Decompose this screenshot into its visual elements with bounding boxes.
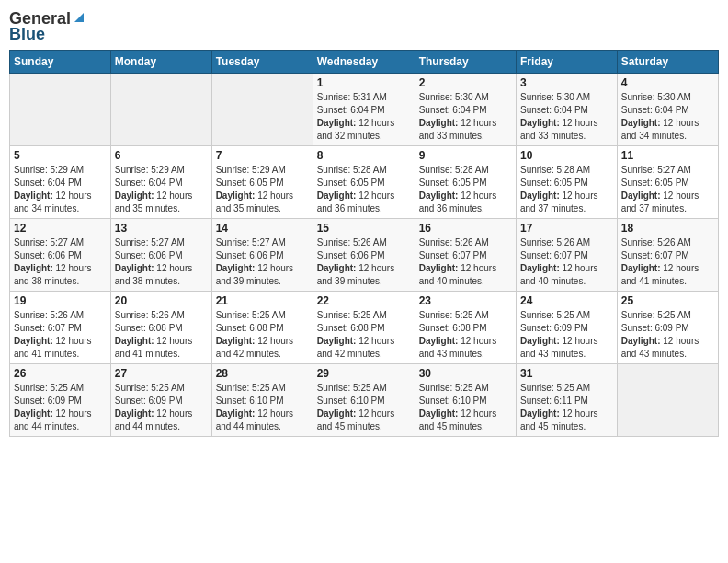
- day-info: Sunrise: 5:26 AMSunset: 6:07 PMDaylight:…: [621, 236, 714, 288]
- calendar-cell: 3Sunrise: 5:30 AMSunset: 6:04 PMDaylight…: [517, 74, 618, 146]
- day-number: 27: [115, 367, 208, 380]
- day-number: 14: [216, 222, 309, 235]
- day-number: 1: [317, 76, 411, 89]
- calendar-cell: 5Sunrise: 5:29 AMSunset: 6:04 PMDaylight…: [10, 146, 111, 219]
- day-number: 29: [317, 367, 411, 380]
- day-number: 26: [14, 367, 107, 380]
- day-info: Sunrise: 5:25 AMSunset: 6:09 PMDaylight:…: [621, 309, 714, 361]
- calendar-cell: 18Sunrise: 5:26 AMSunset: 6:07 PMDayligh…: [617, 219, 718, 292]
- day-info: Sunrise: 5:31 AMSunset: 6:04 PMDaylight:…: [317, 91, 411, 143]
- day-number: 6: [115, 149, 208, 162]
- calendar-cell: 8Sunrise: 5:28 AMSunset: 6:05 PMDaylight…: [313, 146, 415, 219]
- header-day-thursday: Thursday: [415, 51, 516, 74]
- calendar-cell: 24Sunrise: 5:25 AMSunset: 6:09 PMDayligh…: [517, 292, 618, 364]
- day-number: 28: [216, 367, 309, 380]
- calendar-cell: 7Sunrise: 5:29 AMSunset: 6:05 PMDaylight…: [211, 146, 313, 219]
- day-number: 22: [317, 294, 411, 307]
- day-info: Sunrise: 5:25 AMSunset: 6:08 PMDaylight:…: [216, 309, 309, 361]
- day-info: Sunrise: 5:28 AMSunset: 6:05 PMDaylight:…: [520, 164, 613, 215]
- calendar-header-row: SundayMondayTuesdayWednesdayThursdayFrid…: [10, 51, 719, 74]
- header-day-friday: Friday: [517, 51, 618, 74]
- day-number: 5: [14, 149, 107, 162]
- logo: General Blue: [9, 9, 85, 44]
- day-number: 2: [419, 76, 512, 89]
- calendar-cell: [211, 74, 313, 146]
- calendar-cell: 13Sunrise: 5:27 AMSunset: 6:06 PMDayligh…: [110, 219, 211, 292]
- calendar-cell: [110, 74, 211, 146]
- day-info: Sunrise: 5:29 AMSunset: 6:04 PMDaylight:…: [14, 164, 107, 215]
- calendar-week-row-3: 19Sunrise: 5:26 AMSunset: 6:07 PMDayligh…: [10, 292, 719, 364]
- day-info: Sunrise: 5:25 AMSunset: 6:10 PMDaylight:…: [419, 382, 512, 433]
- page-header: General Blue: [9, 9, 719, 44]
- day-number: 19: [14, 294, 107, 307]
- day-number: 4: [621, 76, 714, 89]
- day-number: 3: [520, 76, 613, 89]
- calendar-week-row-2: 12Sunrise: 5:27 AMSunset: 6:06 PMDayligh…: [10, 219, 719, 292]
- day-info: Sunrise: 5:25 AMSunset: 6:11 PMDaylight:…: [520, 382, 613, 433]
- day-info: Sunrise: 5:30 AMSunset: 6:04 PMDaylight:…: [419, 91, 512, 143]
- day-number: 8: [317, 149, 411, 162]
- day-number: 23: [419, 294, 512, 307]
- day-info: Sunrise: 5:25 AMSunset: 6:10 PMDaylight:…: [216, 382, 309, 433]
- day-number: 9: [419, 149, 512, 162]
- day-number: 11: [621, 149, 714, 162]
- day-number: 13: [115, 222, 208, 235]
- day-info: Sunrise: 5:26 AMSunset: 6:06 PMDaylight:…: [317, 236, 411, 288]
- day-info: Sunrise: 5:26 AMSunset: 6:08 PMDaylight:…: [115, 309, 208, 361]
- calendar-cell: 29Sunrise: 5:25 AMSunset: 6:10 PMDayligh…: [313, 364, 415, 437]
- logo-blue-text: Blue: [9, 25, 45, 44]
- calendar-cell: [10, 74, 111, 146]
- day-info: Sunrise: 5:26 AMSunset: 6:07 PMDaylight:…: [520, 236, 613, 288]
- header-day-tuesday: Tuesday: [211, 51, 313, 74]
- day-number: 20: [115, 294, 208, 307]
- calendar-cell: 14Sunrise: 5:27 AMSunset: 6:06 PMDayligh…: [211, 219, 313, 292]
- header-day-wednesday: Wednesday: [313, 51, 415, 74]
- day-info: Sunrise: 5:28 AMSunset: 6:05 PMDaylight:…: [419, 164, 512, 215]
- day-number: 21: [216, 294, 309, 307]
- calendar-cell: 6Sunrise: 5:29 AMSunset: 6:04 PMDaylight…: [110, 146, 211, 219]
- day-number: 18: [621, 222, 714, 235]
- calendar-cell: 9Sunrise: 5:28 AMSunset: 6:05 PMDaylight…: [415, 146, 516, 219]
- calendar-cell: 20Sunrise: 5:26 AMSunset: 6:08 PMDayligh…: [110, 292, 211, 364]
- calendar-cell: 2Sunrise: 5:30 AMSunset: 6:04 PMDaylight…: [415, 74, 516, 146]
- day-number: 17: [520, 222, 613, 235]
- day-info: Sunrise: 5:29 AMSunset: 6:04 PMDaylight:…: [115, 164, 208, 215]
- calendar-table: SundayMondayTuesdayWednesdayThursdayFrid…: [9, 50, 719, 437]
- calendar-cell: 22Sunrise: 5:25 AMSunset: 6:08 PMDayligh…: [313, 292, 415, 364]
- header-day-sunday: Sunday: [10, 51, 111, 74]
- day-info: Sunrise: 5:25 AMSunset: 6:08 PMDaylight:…: [317, 309, 411, 361]
- calendar-cell: 15Sunrise: 5:26 AMSunset: 6:06 PMDayligh…: [313, 219, 415, 292]
- calendar-cell: [617, 364, 718, 437]
- day-number: 25: [621, 294, 714, 307]
- calendar-cell: 23Sunrise: 5:25 AMSunset: 6:08 PMDayligh…: [415, 292, 516, 364]
- header-day-saturday: Saturday: [617, 51, 718, 74]
- day-info: Sunrise: 5:30 AMSunset: 6:04 PMDaylight:…: [520, 91, 613, 143]
- day-info: Sunrise: 5:25 AMSunset: 6:09 PMDaylight:…: [115, 382, 208, 433]
- svg-marker-0: [74, 13, 84, 22]
- day-info: Sunrise: 5:27 AMSunset: 6:05 PMDaylight:…: [621, 164, 714, 215]
- calendar-cell: 30Sunrise: 5:25 AMSunset: 6:10 PMDayligh…: [415, 364, 516, 437]
- day-number: 15: [317, 222, 411, 235]
- day-info: Sunrise: 5:28 AMSunset: 6:05 PMDaylight:…: [317, 164, 411, 215]
- calendar-cell: 28Sunrise: 5:25 AMSunset: 6:10 PMDayligh…: [211, 364, 313, 437]
- calendar-week-row-0: 1Sunrise: 5:31 AMSunset: 6:04 PMDaylight…: [10, 74, 719, 146]
- day-info: Sunrise: 5:25 AMSunset: 6:09 PMDaylight:…: [14, 382, 107, 433]
- day-number: 24: [520, 294, 613, 307]
- day-info: Sunrise: 5:27 AMSunset: 6:06 PMDaylight:…: [115, 236, 208, 288]
- calendar-cell: 4Sunrise: 5:30 AMSunset: 6:04 PMDaylight…: [617, 74, 718, 146]
- calendar-cell: 12Sunrise: 5:27 AMSunset: 6:06 PMDayligh…: [10, 219, 111, 292]
- calendar-cell: 17Sunrise: 5:26 AMSunset: 6:07 PMDayligh…: [517, 219, 618, 292]
- calendar-cell: 26Sunrise: 5:25 AMSunset: 6:09 PMDayligh…: [10, 364, 111, 437]
- calendar-week-row-1: 5Sunrise: 5:29 AMSunset: 6:04 PMDaylight…: [10, 146, 719, 219]
- day-info: Sunrise: 5:27 AMSunset: 6:06 PMDaylight:…: [216, 236, 309, 288]
- day-number: 30: [419, 367, 512, 380]
- calendar-cell: 21Sunrise: 5:25 AMSunset: 6:08 PMDayligh…: [211, 292, 313, 364]
- logo-arrow-icon: [73, 11, 85, 28]
- day-info: Sunrise: 5:25 AMSunset: 6:09 PMDaylight:…: [520, 309, 613, 361]
- day-number: 16: [419, 222, 512, 235]
- day-number: 10: [520, 149, 613, 162]
- day-info: Sunrise: 5:26 AMSunset: 6:07 PMDaylight:…: [14, 309, 107, 361]
- day-info: Sunrise: 5:25 AMSunset: 6:10 PMDaylight:…: [317, 382, 411, 433]
- day-number: 12: [14, 222, 107, 235]
- calendar-cell: 25Sunrise: 5:25 AMSunset: 6:09 PMDayligh…: [617, 292, 718, 364]
